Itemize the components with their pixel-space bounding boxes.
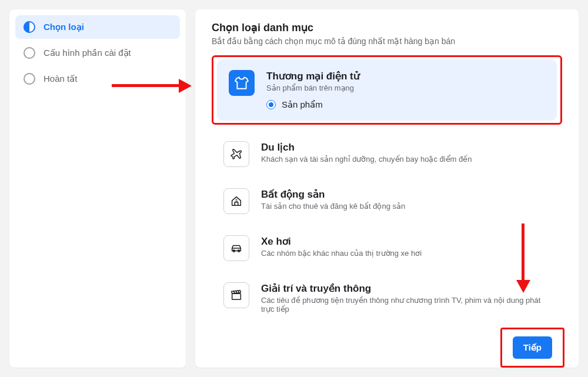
step-choose-type[interactable]: Chọn loại: [15, 15, 180, 39]
category-desc: Sản phẩm bán trên mạng: [266, 84, 360, 92]
footer-actions: Tiếp: [212, 324, 562, 368]
progress-half-icon: [24, 21, 35, 33]
step-configure-settings[interactable]: Cấu hình phần cài đặt: [15, 41, 180, 65]
category-travel[interactable]: Du lịch Khách sạn và tài sản nghỉ dưỡng,…: [212, 131, 562, 178]
category-desc: Khách sạn và tài sản nghỉ dưỡng, chuyến …: [261, 155, 472, 164]
category-title: Xe hơi: [261, 235, 422, 248]
category-auto[interactable]: Xe hơi Các nhóm bậc khác nhau của thị tr…: [212, 225, 562, 272]
category-title: Thương mại điện tử: [266, 70, 360, 82]
page-subtitle: Bắt đầu bằng cách chọn mục mô tả đúng nh…: [212, 36, 562, 46]
category-desc: Các tiêu đề phương tiện truyền thông như…: [261, 296, 550, 313]
clapper-icon: [223, 282, 249, 308]
radio-label: Sản phẩm: [282, 99, 323, 110]
car-icon: [223, 235, 249, 261]
category-ecommerce[interactable]: Thương mại điện tử Sản phẩm bán trên mạn…: [217, 59, 557, 121]
radio-checked-icon: [266, 100, 276, 109]
category-desc: Tài sản cho thuê và đăng kê bất động sản: [261, 202, 405, 211]
category-title: Du lịch: [261, 141, 472, 154]
step-complete[interactable]: Hoàn tất: [15, 67, 180, 91]
house-icon: $: [223, 188, 249, 214]
category-desc: Các nhóm bậc khác nhau của thị trường xe…: [261, 249, 422, 258]
step-label: Cấu hình phần cài đặt: [44, 48, 131, 58]
tshirt-icon: [229, 70, 255, 96]
category-title: Bất động sản: [261, 188, 405, 201]
step-label: Hoàn tất: [44, 74, 77, 84]
step-label: Chọn loại: [44, 22, 84, 32]
svg-text:$: $: [235, 198, 238, 202]
category-entertainment[interactable]: Giải trí và truyền thông Các tiêu đề phư…: [212, 272, 562, 324]
stepper-sidebar: Chọn loại Cấu hình phần cài đặt Hoàn tất: [9, 9, 186, 368]
page-title: Chọn loại danh mục: [212, 21, 562, 34]
annotation-highlight-box: Thương mại điện tử Sản phẩm bán trên mạn…: [212, 55, 562, 125]
category-title: Giải trí và truyền thông: [261, 282, 550, 295]
circle-outline-icon: [24, 73, 35, 85]
category-list: Thương mại điện tử Sản phẩm bán trên mạn…: [212, 55, 562, 324]
plane-icon: [223, 141, 249, 167]
next-button[interactable]: Tiếp: [513, 336, 552, 359]
category-real-estate[interactable]: $ Bất động sản Tài sản cho thuê và đăng …: [212, 178, 562, 225]
main-panel: Chọn loại danh mục Bắt đầu bằng cách chọ…: [195, 9, 579, 368]
circle-outline-icon: [24, 47, 35, 59]
annotation-highlight-box: Tiếp: [500, 328, 564, 368]
svg-rect-3: [232, 293, 241, 299]
radio-option-product[interactable]: Sản phẩm: [266, 99, 360, 110]
